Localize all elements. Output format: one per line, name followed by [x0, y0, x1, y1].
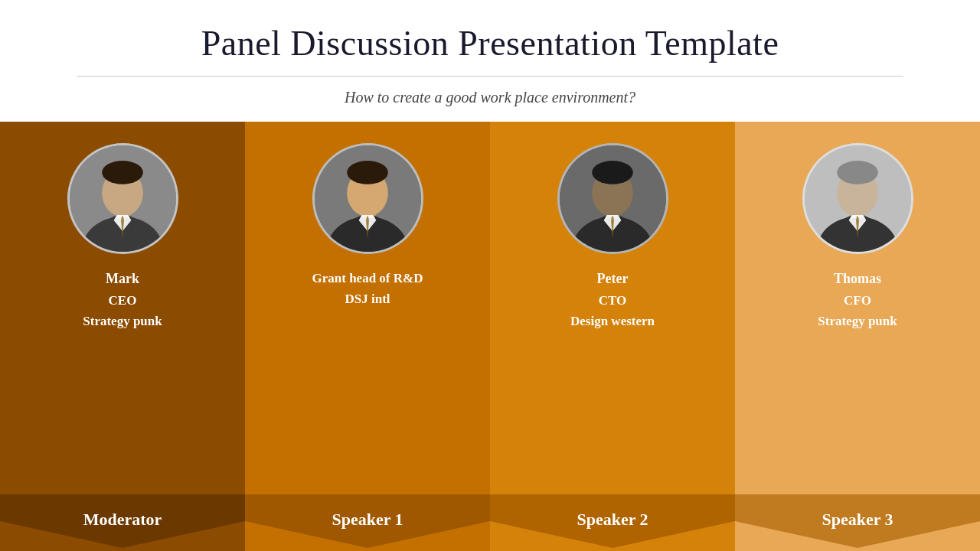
- svg-point-18: [347, 161, 388, 184]
- person-name-speaker3: Thomas: [818, 268, 897, 290]
- svg-point-28: [592, 161, 633, 184]
- person-info-moderator: Mark CEO Strategy punk: [83, 268, 162, 487]
- person-name-speaker2: Peter: [570, 268, 655, 290]
- person-name-speaker1: Grant head of R&D: [312, 268, 423, 289]
- person-info-speaker1: Grant head of R&D DSJ intl: [312, 268, 423, 487]
- svg-point-8: [102, 161, 143, 184]
- person-company-speaker3: Strategy punk: [818, 311, 897, 331]
- panel-speaker3: Thomas CFO Strategy punk Speaker 3: [735, 122, 980, 551]
- panel-footer-speaker3: Speaker 3: [735, 494, 980, 551]
- person-company-moderator: Strategy punk: [83, 311, 162, 331]
- subtitle: How to create a good work place environm…: [31, 89, 949, 106]
- avatar-moderator: [67, 143, 178, 254]
- panel-speaker1: Grant head of R&D DSJ intl Speaker 1: [245, 122, 490, 551]
- panel-moderator: Mark CEO Strategy punk Moderator: [0, 122, 245, 551]
- person-info-speaker3: Thomas CFO Strategy punk: [818, 268, 897, 487]
- panel-footer-moderator: Moderator: [0, 494, 245, 551]
- panel-footer-speaker1: Speaker 1: [245, 494, 490, 551]
- panels-section: Mark CEO Strategy punk Moderator: [0, 122, 980, 551]
- panel-role-speaker1: Speaker 1: [332, 510, 403, 530]
- avatar-speaker3: [802, 143, 913, 254]
- page-wrapper: Panel Discussion Presentation Template H…: [0, 0, 980, 551]
- person-title-speaker1: DSJ intl: [312, 289, 423, 309]
- avatar-speaker2: [557, 143, 668, 254]
- avatar-speaker1: [312, 143, 423, 254]
- person-title-moderator: CEO: [83, 290, 162, 311]
- panel-footer-speaker2: Speaker 2: [490, 494, 735, 551]
- svg-point-38: [837, 161, 878, 184]
- panel-role-moderator: Moderator: [83, 510, 162, 530]
- divider: [77, 76, 903, 77]
- person-name-moderator: Mark: [83, 268, 162, 290]
- person-title-speaker2: CTO: [570, 290, 655, 311]
- page-title: Panel Discussion Presentation Template: [31, 23, 949, 64]
- panel-role-speaker2: Speaker 2: [577, 510, 648, 530]
- person-info-speaker2: Peter CTO Design western: [570, 268, 655, 487]
- person-company-speaker2: Design western: [570, 311, 655, 331]
- person-title-speaker3: CFO: [818, 290, 897, 311]
- header-section: Panel Discussion Presentation Template H…: [0, 0, 980, 122]
- panel-role-speaker3: Speaker 3: [822, 510, 893, 530]
- panel-speaker2: Peter CTO Design western Speaker 2: [490, 122, 735, 551]
